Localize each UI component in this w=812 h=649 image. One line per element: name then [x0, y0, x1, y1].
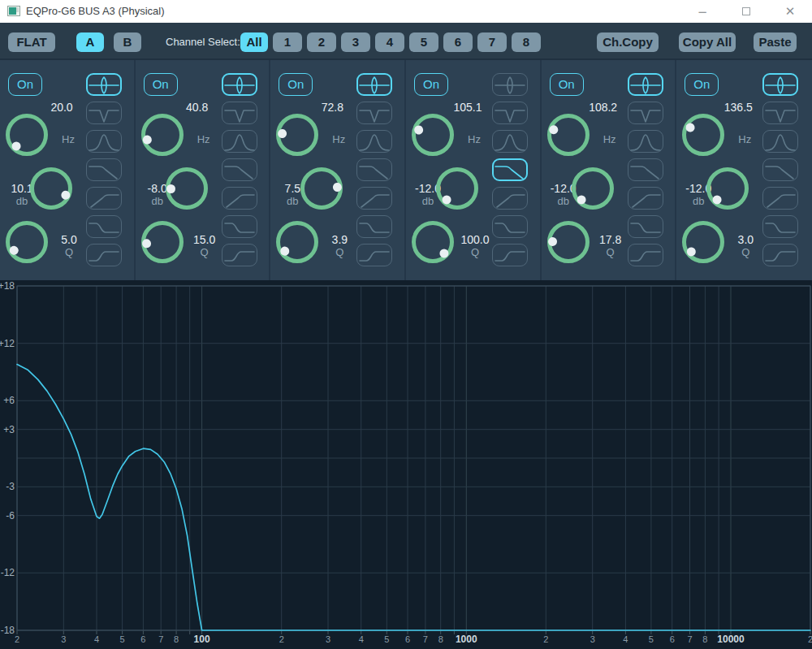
- filter-bandpass-button[interactable]: [222, 130, 257, 153]
- channel-button-all[interactable]: All: [240, 32, 268, 52]
- q-knob[interactable]: [276, 221, 318, 263]
- filter-highpass-button[interactable]: [492, 187, 528, 210]
- close-button[interactable]: ✕: [768, 0, 812, 23]
- freq-unit: Hz: [62, 133, 86, 145]
- freq-value: 20.0: [21, 101, 102, 114]
- knob-indicator-dot: [59, 188, 71, 201]
- freq-value: 105.1: [427, 101, 508, 114]
- svg-text:4: 4: [94, 634, 99, 644]
- preset-a-button[interactable]: A: [76, 32, 104, 52]
- freq-knob[interactable]: [6, 114, 48, 156]
- knob-indicator-dot: [166, 184, 175, 193]
- response-graph-svg: 2345678100234567810002345678100002+18+12…: [0, 280, 812, 649]
- channel-button-5[interactable]: 5: [409, 32, 438, 52]
- paste-button[interactable]: Paste: [754, 32, 797, 52]
- band-on-button[interactable]: On: [8, 73, 42, 96]
- q-unit: Q: [721, 246, 770, 258]
- channel-button-2[interactable]: 2: [307, 32, 336, 52]
- peak-filter-icon: [494, 76, 526, 95]
- channel-button-3[interactable]: 3: [341, 32, 370, 52]
- filter-highpass-button[interactable]: [628, 187, 663, 210]
- gain-knob[interactable]: [706, 167, 749, 210]
- channel-button-7[interactable]: 7: [477, 32, 507, 52]
- freq-unit: Hz: [332, 133, 356, 145]
- filter-lowpass-button[interactable]: [86, 158, 122, 181]
- gain-knob[interactable]: [30, 167, 72, 210]
- svg-text:2: 2: [808, 634, 812, 644]
- peak-filter-icon: [223, 76, 256, 95]
- filter-bandpass-button[interactable]: [762, 130, 798, 153]
- bandpass-filter-icon: [223, 132, 256, 152]
- knob-indicator-dot: [142, 238, 152, 248]
- filter-lowpass-button[interactable]: [222, 158, 257, 181]
- flat-button[interactable]: FLAT: [8, 32, 55, 52]
- svg-text:+6: +6: [3, 395, 15, 406]
- filter-lowpass-button[interactable]: [356, 158, 392, 181]
- minimize-button[interactable]: ─: [680, 0, 724, 23]
- freq-value: 72.8: [292, 101, 373, 114]
- gain-knob[interactable]: [436, 167, 478, 210]
- freq-knob[interactable]: [276, 114, 318, 156]
- svg-text:5: 5: [120, 634, 125, 644]
- svg-text:3: 3: [61, 634, 66, 644]
- channel-copy-button[interactable]: Ch.Copy: [597, 32, 659, 52]
- preset-b-button[interactable]: B: [114, 32, 141, 52]
- highpass-filter-icon: [764, 189, 797, 209]
- filter-highpass-button[interactable]: [762, 187, 798, 210]
- q-value: 100.0: [451, 233, 499, 246]
- svg-text:3: 3: [590, 634, 595, 644]
- svg-text:7: 7: [687, 634, 692, 644]
- channel-button-6[interactable]: 6: [443, 32, 473, 52]
- filter-peak-button[interactable]: [492, 73, 528, 96]
- title-bar: EQPro-G6 BUS A3 (Physical) ─ ✕: [0, 0, 812, 23]
- q-knob[interactable]: [412, 221, 454, 263]
- freq-knob[interactable]: [682, 114, 724, 156]
- freq-knob[interactable]: [547, 114, 590, 156]
- band-on-button[interactable]: On: [550, 73, 584, 96]
- band-on-button[interactable]: On: [144, 73, 178, 96]
- band-on-button[interactable]: On: [685, 73, 719, 96]
- filter-peak-button[interactable]: [222, 73, 257, 96]
- knob-indicator-dot: [548, 123, 559, 135]
- filter-highpass-button[interactable]: [86, 187, 122, 210]
- peak-filter-icon: [629, 76, 662, 95]
- gain-knob[interactable]: [300, 167, 343, 210]
- filter-highpass-button[interactable]: [356, 187, 392, 210]
- filter-bandpass-button[interactable]: [356, 130, 392, 153]
- svg-text:4: 4: [623, 634, 628, 644]
- filter-peak-button[interactable]: [628, 73, 663, 96]
- filter-highpass-button[interactable]: [222, 187, 257, 210]
- channel-button-4[interactable]: 4: [375, 32, 404, 52]
- freq-unit: Hz: [738, 133, 762, 145]
- q-knob[interactable]: [547, 221, 590, 263]
- channel-button-8[interactable]: 8: [512, 32, 541, 52]
- copy-all-button[interactable]: Copy All: [679, 32, 736, 52]
- freq-unit: Hz: [197, 133, 222, 145]
- freq-value: 136.5: [698, 101, 779, 114]
- filter-peak-button[interactable]: [762, 73, 798, 96]
- filter-lowpass-button[interactable]: [628, 158, 663, 181]
- filter-lowpass-button[interactable]: [492, 158, 528, 181]
- channel-button-1[interactable]: 1: [273, 32, 302, 52]
- q-knob[interactable]: [6, 221, 48, 263]
- svg-text:5: 5: [384, 634, 389, 644]
- filter-lowpass-button[interactable]: [762, 158, 798, 181]
- band-on-button[interactable]: On: [279, 73, 313, 96]
- q-knob[interactable]: [682, 221, 724, 263]
- knob-indicator-dot: [332, 182, 342, 192]
- bandpass-filter-icon: [494, 132, 526, 152]
- freq-knob[interactable]: [412, 114, 454, 156]
- gain-knob[interactable]: [572, 167, 614, 210]
- maximize-button[interactable]: [724, 0, 768, 23]
- filter-bandpass-button[interactable]: [492, 130, 528, 153]
- gain-knob[interactable]: [166, 167, 208, 210]
- eq-band-5: On 108.2 Hz: [542, 60, 677, 280]
- filter-bandpass-button[interactable]: [628, 130, 663, 153]
- q-knob[interactable]: [141, 221, 184, 263]
- filter-peak-button[interactable]: [356, 73, 392, 96]
- filter-peak-button[interactable]: [86, 73, 122, 96]
- band-on-button[interactable]: On: [414, 73, 448, 96]
- lowpass-filter-icon: [764, 161, 797, 180]
- freq-knob[interactable]: [141, 114, 184, 156]
- filter-bandpass-button[interactable]: [86, 130, 122, 153]
